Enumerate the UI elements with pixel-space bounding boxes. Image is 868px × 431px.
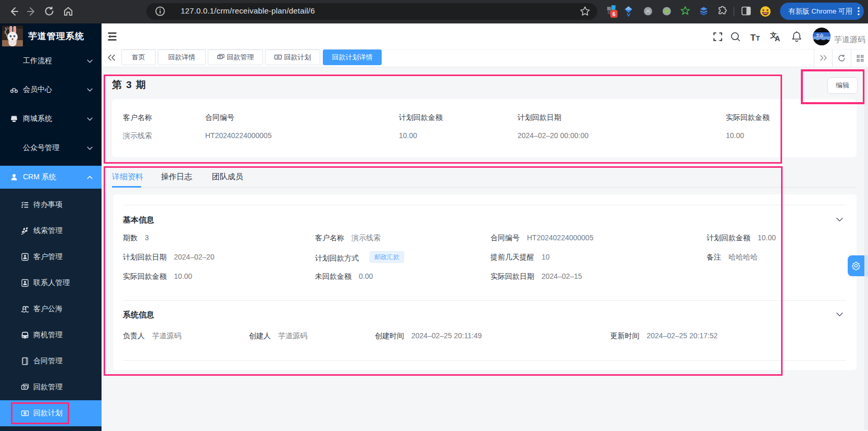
svg-text:文心: 文心 [815,33,823,38]
svg-text:6: 6 [612,11,615,17]
